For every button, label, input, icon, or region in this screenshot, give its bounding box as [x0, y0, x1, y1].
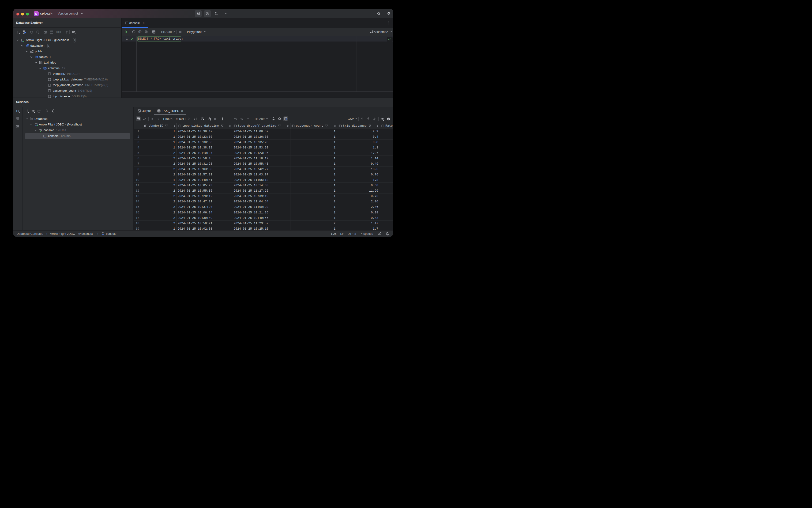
- svg-text:p: p: [139, 31, 140, 33]
